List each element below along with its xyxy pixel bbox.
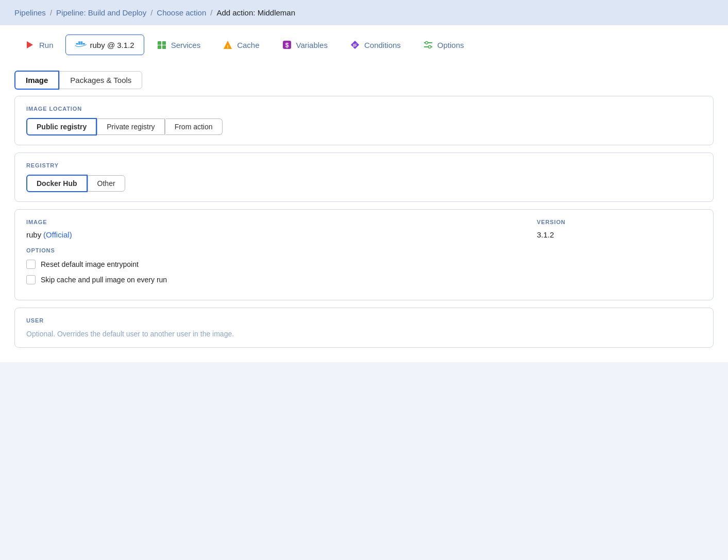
tab-variables-label: Variables: [296, 41, 328, 49]
sub-tab-packages-tools[interactable]: Packages & Tools: [59, 71, 142, 89]
svg-point-20: [428, 46, 431, 48]
tab-options[interactable]: Options: [413, 35, 474, 55]
registry-other[interactable]: Other: [88, 175, 125, 192]
svg-text:!: !: [227, 44, 229, 49]
version-col: VERSION: [537, 219, 702, 230]
svg-rect-10: [162, 45, 166, 49]
image-official: (Official): [43, 230, 72, 239]
sub-tab-image[interactable]: Image: [14, 71, 59, 90]
svg-rect-5: [80, 41, 82, 43]
checkbox-reset-entrypoint-label: Reset default image entrypoint: [41, 260, 139, 268]
variables-icon: $: [281, 39, 293, 50]
svg-rect-3: [80, 43, 82, 45]
image-value-col: ruby (Official): [26, 230, 537, 239]
registry-docker-hub[interactable]: Docker Hub: [26, 175, 88, 192]
registry-docker-hub-label: Docker Hub: [37, 179, 77, 188]
services-icon: [156, 39, 167, 50]
tab-cache-label: Cache: [237, 41, 259, 49]
image-version-card: IMAGE VERSION ruby (Official) 3.1.2 OPTI…: [14, 209, 714, 300]
svg-text:$: $: [285, 42, 289, 49]
sub-tab-packages-tools-label: Packages & Tools: [70, 76, 131, 84]
tab-variables[interactable]: $ Variables: [272, 35, 337, 55]
conditions-icon: IF: [349, 39, 361, 50]
tab-ruby-label: ruby @ 3.1.2: [90, 41, 134, 49]
tab-run-label: Run: [39, 41, 54, 49]
tab-conditions-label: Conditions: [364, 41, 401, 49]
breadcrumb-current: Add action: Middleman: [216, 8, 295, 17]
image-location-private-label: Private registry: [107, 123, 155, 131]
tab-run[interactable]: Run: [14, 35, 63, 55]
image-col-label: IMAGE: [26, 219, 537, 225]
image-location-card: IMAGE LOCATION Public registry Private r…: [14, 96, 714, 145]
checkbox-row-2: Skip cache and pull image on every run: [26, 275, 702, 284]
options-section-label: OPTIONS: [26, 247, 702, 253]
breadcrumb-choose-action[interactable]: Choose action: [157, 8, 206, 17]
tab-bar: Run ruby @ 3.1.2: [14, 25, 714, 61]
breadcrumb-pipelines[interactable]: Pipelines: [14, 8, 46, 17]
image-version-header: IMAGE VERSION: [26, 219, 702, 230]
svg-point-19: [425, 42, 428, 44]
breadcrumb-sep-2: /: [150, 8, 153, 17]
svg-rect-2: [78, 43, 80, 45]
svg-rect-9: [158, 45, 161, 49]
image-col: IMAGE: [26, 219, 537, 230]
tab-options-label: Options: [437, 41, 464, 49]
image-name: ruby: [26, 230, 41, 239]
svg-rect-7: [158, 41, 161, 45]
tab-services-label: Services: [171, 41, 201, 49]
registry-other-label: Other: [97, 179, 115, 188]
checkbox-skip-cache-label: Skip cache and pull image on every run: [41, 276, 167, 284]
checkbox-skip-cache[interactable]: [26, 275, 36, 284]
cache-icon: !: [222, 39, 233, 50]
run-icon: [24, 39, 36, 50]
version-col-label: VERSION: [537, 219, 702, 225]
registry-options: Docker Hub Other: [26, 175, 702, 192]
breadcrumb-bar: Pipelines / Pipeline: Build and Deploy /…: [0, 0, 728, 25]
sub-tab-image-label: Image: [26, 76, 48, 84]
tab-cache[interactable]: ! Cache: [212, 35, 269, 55]
image-location-from-action[interactable]: From action: [165, 118, 223, 135]
sub-tab-bar: Image Packages & Tools: [14, 61, 714, 96]
tab-ruby[interactable]: ruby @ 3.1.2: [65, 35, 144, 55]
breadcrumb-sep-1: /: [50, 8, 52, 17]
options-section: OPTIONS Reset default image entrypoint S…: [26, 247, 702, 284]
user-section-label: USER: [26, 317, 702, 324]
checkbox-row-1: Reset default image entrypoint: [26, 260, 702, 269]
svg-text:IF: IF: [353, 43, 358, 48]
breadcrumb-pipeline-build[interactable]: Pipeline: Build and Deploy: [56, 8, 146, 17]
version-value-col: 3.1.2: [537, 230, 702, 239]
registry-card: REGISTRY Docker Hub Other: [14, 152, 714, 202]
docker-icon: [75, 39, 87, 50]
image-location-public-label: Public registry: [37, 123, 87, 131]
tab-services[interactable]: Services: [146, 35, 211, 55]
breadcrumb-sep-3: /: [210, 8, 212, 17]
image-location-private[interactable]: Private registry: [97, 118, 164, 135]
image-version-values: ruby (Official) 3.1.2: [26, 230, 702, 239]
version-number: 3.1.2: [537, 230, 554, 239]
checkbox-reset-entrypoint[interactable]: [26, 260, 36, 269]
image-location-from-action-label: From action: [175, 123, 213, 131]
svg-rect-6: [82, 43, 84, 45]
svg-rect-8: [162, 41, 166, 45]
svg-rect-4: [78, 41, 80, 43]
registry-label: REGISTRY: [26, 162, 702, 168]
user-placeholder-text: Optional. Overrides the default user to …: [26, 330, 702, 338]
options-icon: [422, 39, 434, 50]
user-section-card: USER Optional. Overrides the default use…: [14, 308, 714, 348]
image-location-label: IMAGE LOCATION: [26, 106, 702, 112]
image-location-options: Public registry Private registry From ac…: [26, 118, 702, 135]
tab-conditions[interactable]: IF Conditions: [340, 35, 411, 55]
svg-rect-1: [76, 43, 78, 45]
image-location-public[interactable]: Public registry: [26, 118, 97, 135]
svg-marker-0: [27, 41, 33, 48]
main-content: Run ruby @ 3.1.2: [0, 25, 728, 362]
